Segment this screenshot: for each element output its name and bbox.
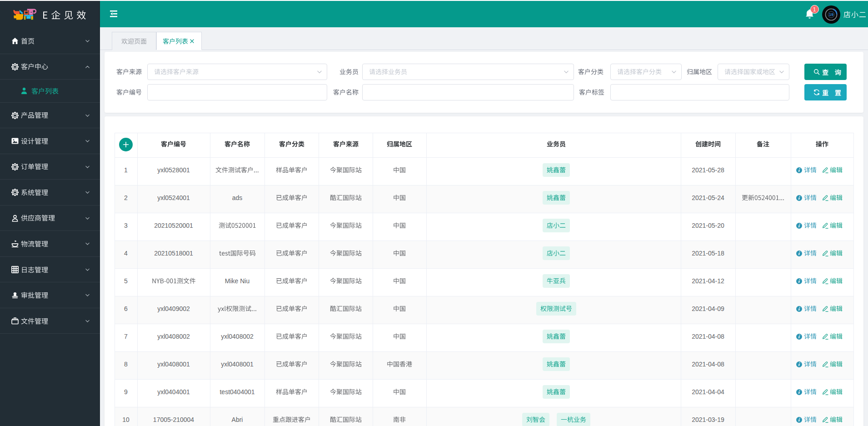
svg-text:19: 19 — [829, 12, 833, 17]
